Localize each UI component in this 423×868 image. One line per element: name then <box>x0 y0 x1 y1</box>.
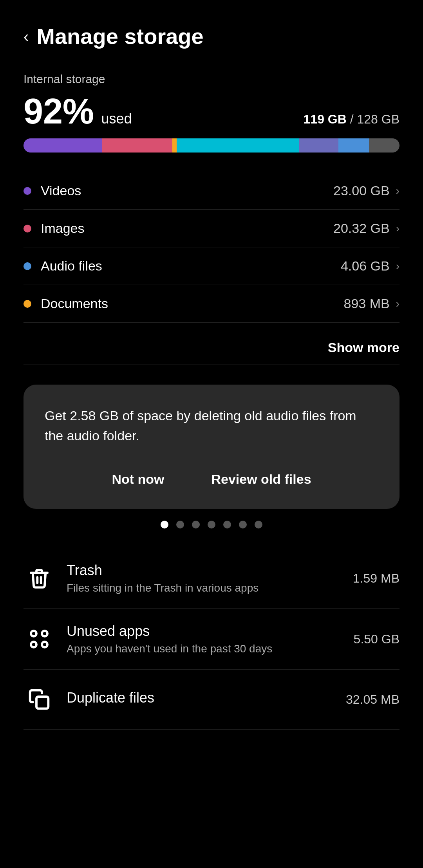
category-dot <box>24 300 31 308</box>
svg-point-3 <box>42 642 47 647</box>
list-item-title: Duplicate files <box>67 690 346 706</box>
bar-segment <box>299 138 338 153</box>
list-item-title: Trash <box>67 562 353 579</box>
show-more-button[interactable]: Show more <box>24 330 400 365</box>
pagination-dot[interactable] <box>239 521 247 528</box>
back-button[interactable]: ‹ <box>24 29 29 44</box>
list-item-subtitle: Files sitting in the Trash in various ap… <box>67 582 353 594</box>
usage-total: 119 GB / 128 GB <box>304 112 400 127</box>
list-item-content: Unused apps Apps you haven't used in the… <box>67 623 354 655</box>
storage-item[interactable]: Videos 23.00 GB › <box>24 172 400 210</box>
svg-point-2 <box>31 642 36 647</box>
list-item[interactable]: Duplicate files 32.05 MB <box>24 670 400 730</box>
usage-percent-group: 92% used <box>24 94 132 129</box>
storage-item[interactable]: Documents 893 MB › <box>24 285 400 323</box>
pagination-dot[interactable] <box>223 521 231 528</box>
section-label: Internal storage <box>24 73 400 86</box>
list-section: Trash Files sitting in the Trash in vari… <box>24 548 400 730</box>
category-size: 20.32 GB <box>333 221 390 236</box>
header: ‹ Manage storage <box>24 24 400 49</box>
chevron-right-icon: › <box>396 298 400 310</box>
suggestion-card: Get 2.58 GB of space by deleting old aud… <box>24 385 400 509</box>
bar-segment <box>369 138 400 153</box>
chevron-right-icon: › <box>396 222 400 235</box>
chevron-right-icon: › <box>396 185 400 197</box>
bar-segment <box>177 138 299 153</box>
bar-segment <box>338 138 369 153</box>
unused-apps-icon <box>24 623 55 655</box>
category-name: Images <box>41 221 333 236</box>
list-item-size: 1.59 MB <box>353 571 400 586</box>
not-now-button[interactable]: Not now <box>100 465 176 493</box>
category-size: 893 MB <box>343 296 389 311</box>
chevron-right-icon: › <box>396 260 400 272</box>
duplicate-icon <box>24 684 55 715</box>
usage-percent: 92% <box>24 92 94 131</box>
pagination-dots <box>24 521 400 528</box>
pagination-dot[interactable] <box>161 521 168 528</box>
list-item-size: 32.05 MB <box>346 692 400 707</box>
usage-row: 92% used 119 GB / 128 GB <box>24 94 400 129</box>
list-item-size: 5.50 GB <box>354 632 400 646</box>
suggestion-text: Get 2.58 GB of space by deleting old aud… <box>45 406 378 446</box>
trash-icon <box>24 563 55 594</box>
review-old-files-button[interactable]: Review old files <box>199 465 323 493</box>
storage-bar <box>24 138 400 153</box>
bar-segment <box>102 138 172 153</box>
category-dot <box>24 262 31 270</box>
svg-point-0 <box>31 631 36 636</box>
list-item-content: Trash Files sitting in the Trash in vari… <box>67 562 353 594</box>
category-name: Videos <box>41 183 333 198</box>
bar-segment <box>24 138 102 153</box>
category-size: 4.06 GB <box>341 258 390 274</box>
category-name: Documents <box>41 296 343 311</box>
storage-item[interactable]: Images 20.32 GB › <box>24 210 400 247</box>
pagination-dot[interactable] <box>176 521 184 528</box>
bar-segment <box>172 138 177 153</box>
category-name: Audio files <box>41 258 341 274</box>
storage-item[interactable]: Audio files 4.06 GB › <box>24 247 400 285</box>
category-size: 23.00 GB <box>333 183 390 198</box>
page-title: Manage storage <box>36 24 203 49</box>
category-dot <box>24 225 31 232</box>
svg-rect-4 <box>36 697 48 708</box>
list-item-title: Unused apps <box>67 623 354 639</box>
list-item-content: Duplicate files <box>67 690 346 709</box>
pagination-dot[interactable] <box>192 521 200 528</box>
list-item[interactable]: Trash Files sitting in the Trash in vari… <box>24 548 400 609</box>
storage-items: Videos 23.00 GB › Images 20.32 GB › Audi… <box>24 172 400 323</box>
usage-used-label: used <box>101 111 132 127</box>
pagination-dot[interactable] <box>208 521 215 528</box>
suggestion-actions: Not now Review old files <box>45 465 378 493</box>
list-item-subtitle: Apps you haven't used in the past 30 day… <box>67 643 354 655</box>
pagination-dot[interactable] <box>255 521 262 528</box>
list-item[interactable]: Unused apps Apps you haven't used in the… <box>24 609 400 670</box>
category-dot <box>24 187 31 195</box>
svg-point-1 <box>42 631 47 636</box>
